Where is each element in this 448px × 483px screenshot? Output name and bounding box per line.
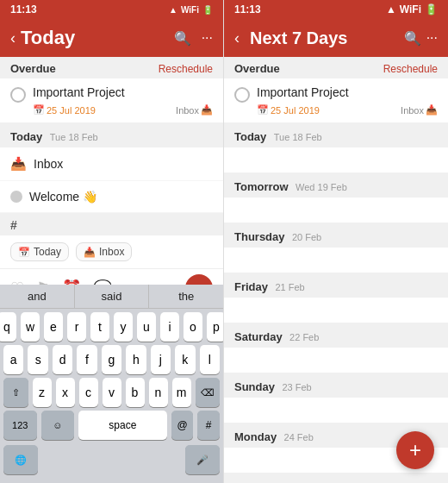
inbox-tag[interactable]: 📥 Inbox xyxy=(76,242,132,261)
key-i[interactable]: i xyxy=(160,312,179,342)
right-overdue-label: Overdue xyxy=(234,62,280,75)
right-status-time: 11:13 xyxy=(234,3,261,16)
welcome-item-label: Welcome 👋 xyxy=(29,190,97,204)
predictive-word-2[interactable]: said xyxy=(75,285,150,308)
key-k[interactable]: k xyxy=(175,345,195,374)
key-b[interactable]: b xyxy=(126,378,145,407)
key-a[interactable]: a xyxy=(3,345,23,374)
globe-key[interactable]: 🌐 xyxy=(3,445,38,474)
today-tag[interactable]: 📅 Today xyxy=(10,242,69,261)
keyboard-footer-row: 🌐 🎤 xyxy=(0,443,223,480)
right-task-meta: 📅 25 Jul 2019 Inbox 📥 xyxy=(234,104,438,116)
hash-key[interactable]: # xyxy=(197,411,220,440)
inbox-item-label: Inbox xyxy=(34,157,63,171)
right-task-checkbox[interactable] xyxy=(234,87,250,103)
friday-day-label: Friday xyxy=(234,280,268,293)
key-l[interactable]: l xyxy=(200,345,220,374)
more-button[interactable]: ··· xyxy=(202,30,213,46)
hashtag-symbol: # xyxy=(10,218,17,232)
space-key[interactable]: space xyxy=(78,411,167,440)
sunday-day-sub: 23 Feb xyxy=(282,382,311,392)
right-search-button[interactable]: 🔍 xyxy=(404,30,421,47)
search-button[interactable]: 🔍 xyxy=(174,30,191,47)
flag-icon[interactable]: ⚑ xyxy=(36,279,50,285)
today-label: Today xyxy=(10,130,42,143)
monday-day-label: Monday xyxy=(234,430,277,443)
reschedule-button[interactable]: Reschedule xyxy=(159,63,213,75)
day-section-5: Sunday 23 Feb xyxy=(224,373,448,423)
task-meta: 📅 25 Jul 2019 Inbox 📥 xyxy=(10,104,213,116)
right-inbox-badge: Inbox 📥 xyxy=(401,104,438,116)
predictive-word-1[interactable]: and xyxy=(0,285,75,308)
key-123[interactable]: 123 xyxy=(3,411,37,440)
key-c[interactable]: c xyxy=(79,378,98,407)
right-reschedule-button[interactable]: Reschedule xyxy=(383,63,438,75)
today-day-header: Today Tue 18 Feb xyxy=(224,123,448,147)
key-r[interactable]: r xyxy=(67,312,86,342)
thursday-day-header: Thursday 20 Feb xyxy=(224,223,448,248)
predictive-word-3[interactable]: the xyxy=(149,285,223,308)
thursday-day-label: Thursday xyxy=(234,230,285,243)
key-u[interactable]: u xyxy=(137,312,156,342)
left-panel: 11:13 ▲ WiFi 🔋 ‹ Today 🔍 ··· Overdue Res… xyxy=(0,0,224,483)
key-p[interactable]: p xyxy=(207,312,224,342)
inbox-item[interactable]: 📥 Inbox xyxy=(0,147,223,181)
fab-button[interactable]: + xyxy=(396,431,434,469)
key-h[interactable]: h xyxy=(126,345,146,374)
inbox-badge: Inbox 📥 xyxy=(176,104,213,116)
shift-key[interactable]: ⇧ xyxy=(3,378,28,407)
emoji-key[interactable]: ☺ xyxy=(41,411,75,440)
task-title: Important Project xyxy=(33,85,213,99)
key-s[interactable]: s xyxy=(28,345,47,374)
thursday-day-sub: 20 Feb xyxy=(292,232,321,242)
task-checkbox[interactable] xyxy=(10,87,26,103)
today-empty-area xyxy=(224,147,448,173)
right-back-button[interactable]: ‹ xyxy=(234,29,240,47)
key-t[interactable]: t xyxy=(90,312,109,342)
today-items: 📥 Inbox Welcome 👋 xyxy=(0,147,223,213)
key-n[interactable]: n xyxy=(149,378,168,407)
keyboard-row-3: ⇧ z x c v b n m ⌫ xyxy=(0,374,223,407)
task-date: 📅 25 Jul 2019 xyxy=(33,104,96,116)
key-v[interactable]: v xyxy=(103,378,121,407)
send-button[interactable]: ↑ xyxy=(185,274,213,285)
key-m[interactable]: m xyxy=(172,378,191,407)
key-f[interactable]: f xyxy=(77,345,96,374)
key-j[interactable]: j xyxy=(151,345,171,374)
right-more-button[interactable]: ··· xyxy=(426,30,438,46)
tomorrow-empty-area xyxy=(224,198,448,223)
right-overdue-task[interactable]: Important Project 📅 25 Jul 2019 Inbox 📥 xyxy=(224,78,448,123)
predictive-bar: and said the xyxy=(0,285,223,309)
back-button[interactable]: ‹ xyxy=(10,29,16,47)
key-e[interactable]: e xyxy=(44,312,63,342)
welcome-checkbox[interactable] xyxy=(10,191,22,203)
key-x[interactable]: x xyxy=(56,378,75,407)
right-status-icons: ▲ WiFi 🔋 xyxy=(386,3,438,16)
key-q[interactable]: q xyxy=(0,312,16,342)
key-z[interactable]: z xyxy=(33,378,52,407)
today-day-sub: Tue 18 Feb xyxy=(274,132,322,142)
mic-key[interactable]: 🎤 xyxy=(185,445,220,474)
right-panel: 11:13 ▲ WiFi 🔋 ‹ Next 7 Days 🔍 ··· Overd… xyxy=(224,0,448,483)
keyboard-bottom-row: 123 ☺ space @ # xyxy=(0,407,223,443)
action-bar: ♡ ⚑ ⏰ 💬 ↑ xyxy=(0,268,223,285)
left-status-time: 11:13 xyxy=(10,3,37,16)
overdue-task-item[interactable]: Important Project 📅 25 Jul 2019 Inbox 📥 xyxy=(0,78,223,123)
backspace-key[interactable]: ⌫ xyxy=(196,378,221,407)
key-w[interactable]: w xyxy=(21,312,40,342)
key-y[interactable]: y xyxy=(114,312,133,342)
left-nav-title: Today xyxy=(21,27,174,49)
key-o[interactable]: o xyxy=(184,312,202,342)
heart-icon[interactable]: ♡ xyxy=(10,279,24,285)
right-nav-bar: ‹ Next 7 Days 🔍 ··· xyxy=(224,19,448,57)
key-d[interactable]: d xyxy=(53,345,72,374)
key-g[interactable]: g xyxy=(102,345,121,374)
overdue-section-header: Overdue Reschedule xyxy=(0,57,223,78)
battery-icon: 🔋 xyxy=(425,3,438,16)
left-nav-bar: ‹ Today 🔍 ··· xyxy=(0,19,223,57)
at-key[interactable]: @ xyxy=(171,411,194,440)
welcome-item[interactable]: Welcome 👋 xyxy=(0,181,223,213)
clock-icon[interactable]: ⏰ xyxy=(62,279,81,285)
tomorrow-day-sub: Wed 19 Feb xyxy=(296,182,347,192)
comment-icon[interactable]: 💬 xyxy=(93,279,112,285)
